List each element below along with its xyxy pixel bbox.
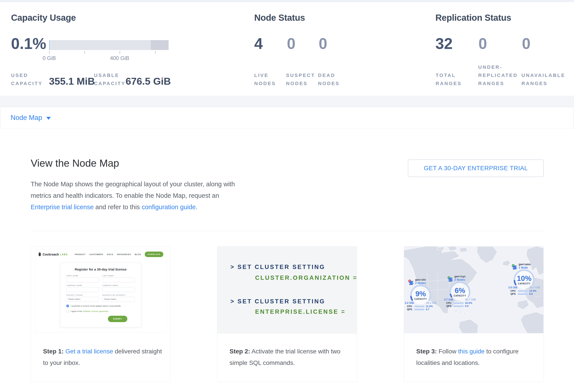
- configuration-guide-link[interactable]: configuration guide: [142, 204, 196, 210]
- cpu-sparkline: [518, 290, 528, 292]
- form-select-thumbnail: Please Select: [102, 297, 135, 302]
- capacity-bar-used-segment: [49, 40, 49, 50]
- form-field: FIRST NAME: [66, 275, 99, 282]
- form-field: COMPANY NAME: [66, 284, 99, 292]
- replication-status-label: UNAVAILABLE RANGES: [521, 71, 573, 88]
- cpu-value: 42.5%: [465, 302, 472, 304]
- step-caption-text: Follow: [437, 348, 458, 355]
- step-label: Step 2:: [229, 348, 250, 355]
- cluster-summary-bar: Capacity Usage 0.1% 0 GiB400 GiB USED CA…: [0, 2, 574, 96]
- replication-status-label: TOTAL RANGES: [436, 71, 471, 88]
- checkbox-text: I would like to receive email updates ab…: [70, 305, 121, 307]
- gauge-range-values: 3.2 GiB35.1 GiB: [405, 301, 436, 304]
- logo-labs-suffix: LABS: [60, 253, 68, 256]
- replication-status-label: UNDER-REPLICATED RANGES: [478, 63, 526, 88]
- cpu-sparkline: [414, 305, 424, 307]
- checkbox-icon: [66, 305, 69, 307]
- node-status-label: LIVE NODES: [254, 71, 287, 88]
- qps-sparkline: [518, 293, 528, 295]
- cpu-metric-row: CPU11.0%: [407, 305, 433, 308]
- cpu-sparkline: [453, 302, 464, 304]
- logo-wordmark: Cockroach: [42, 253, 59, 256]
- trial-license-form: Register for a 30-day trial license FIRS…: [60, 263, 141, 327]
- gauge-range-values: 3.6 GiB34.4 GiB: [508, 286, 540, 289]
- get-a-trial-license-link[interactable]: Get a trial license: [65, 348, 113, 355]
- capacity-usage-title: Capacity Usage: [11, 13, 76, 23]
- form-input-thumbnail: [102, 287, 135, 292]
- page-title: View the Node Map: [31, 157, 119, 169]
- form-input-thumbnail: [66, 287, 99, 292]
- content-divider: [31, 231, 544, 231]
- top-strip: [0, 0, 574, 2]
- capacity-total-value: 35.1 GiB: [426, 301, 436, 304]
- submit-button-thumbnail: SUBMIT: [108, 316, 127, 322]
- get-enterprise-trial-button[interactable]: GET A 30-DAY ENTERPRISE TRIAL: [408, 159, 544, 177]
- qps-label: QPS: [511, 293, 516, 295]
- gauge-capacity-label: CAPACITY: [448, 295, 472, 297]
- node-map-preview: 1geo=sfo2 Nodes9%CAPACITY3.2 GiB35.1 GiB…: [404, 246, 544, 333]
- cluster-overview-page: Capacity Usage 0.1% 0 GiB400 GiB USED CA…: [0, 0, 574, 392]
- cockroach-bug-icon: [38, 252, 41, 257]
- capacity-axis-tick-label: 0 GiB: [42, 55, 56, 61]
- node-status-value: 0: [319, 35, 327, 53]
- node-status-title: Node Status: [254, 13, 305, 23]
- form-input-thumbnail: [102, 277, 135, 282]
- description-text: The Node Map shows the geographical layo…: [31, 181, 235, 199]
- thumbnail-nav-item: CUSTOMERS: [89, 253, 103, 256]
- thumbnail-download-button: DOWNLOAD: [145, 252, 163, 257]
- registration-page-thumbnail: Cockroach LABS PRODUCTCUSTOMERSDOCSRESOU…: [35, 249, 166, 333]
- capacity-used-value: 3.6 GiB: [508, 286, 517, 289]
- qps-metric-row: QPS4.7: [407, 308, 429, 311]
- form-input-thumbnail: [66, 277, 99, 282]
- capacity-usage-bar: [49, 40, 169, 50]
- node-map-promo-section: View the Node Map The Node Map shows the…: [0, 129, 574, 392]
- form-select-thumbnail: Please Select: [66, 297, 99, 302]
- node-status-label: DEAD NODES: [318, 71, 351, 88]
- form-field: REASON FOR INTERESTPlease Select: [102, 294, 135, 302]
- thumbnail-site-header: Cockroach LABS PRODUCTCUSTOMERSDOCSRESOU…: [35, 249, 166, 257]
- qps-value: 0.0: [465, 305, 469, 307]
- form-field: LAST NAME: [102, 275, 135, 282]
- form-field-label: COMPANY EMAIL: [102, 284, 135, 286]
- step1-card: Cockroach LABS PRODUCTCUSTOMERSDOCSRESOU…: [31, 246, 171, 382]
- replication-status-value: 0: [522, 35, 531, 53]
- geo-cluster-sfo: 1geo=sfo2 Nodes9%CAPACITY3.2 GiB35.1 GiB…: [408, 279, 441, 308]
- thumbnail-nav-item: DOCS: [107, 253, 113, 256]
- this-guide-link[interactable]: this guide: [458, 348, 485, 355]
- capacity-metric-label: USED CAPACITY: [11, 71, 51, 88]
- replication-status-value: 0: [478, 35, 487, 53]
- sql-setting-line: ENTERPRISE.LICENSE =: [255, 308, 346, 315]
- sql-setting-line: CLUSTER.ORGANIZATION =: [255, 275, 357, 281]
- qps-label: QPS: [446, 305, 452, 307]
- cockroach-labs-logo: Cockroach LABS: [38, 252, 68, 257]
- description-text: .: [196, 204, 198, 210]
- cpu-metric-row: CPU42.5%: [446, 302, 472, 304]
- geo-cluster-nyc: ✓geo=nyc2 Nodes6%CAPACITY3.7 GiB65.7 GiB…: [448, 275, 481, 304]
- step2-card: > SET CLUSTER SETTINGCLUSTER.ORGANIZATIO…: [217, 246, 357, 382]
- cpu-label: CPU: [446, 302, 452, 304]
- form-field: PROJECT PHASEPlease Select: [66, 294, 99, 302]
- form-checkbox-row: I would like to receive email updates ab…: [66, 305, 135, 307]
- step-label: Step 1:: [43, 348, 63, 355]
- cpu-metric-row: CPU12.3%: [511, 289, 536, 292]
- section-divider-band: [0, 96, 574, 107]
- cpu-value: 11.0%: [426, 305, 433, 308]
- gauge-capacity-label: CAPACITY: [512, 282, 536, 285]
- capacity-metric-value: 676.5 GiB: [125, 76, 171, 87]
- view-selector-node-map[interactable]: Node Map: [0, 107, 574, 129]
- capacity-metric-value: 355.1 MiB: [49, 76, 95, 87]
- node-status-value: 0: [287, 35, 295, 53]
- form-field-label: PROJECT PHASE: [66, 294, 99, 296]
- description-text: and refer to this: [94, 204, 142, 210]
- enterprise-trial-license-link[interactable]: Enterprise trial license: [31, 204, 94, 210]
- checkbox-icon: [66, 310, 69, 312]
- step-label: Step 3:: [416, 348, 437, 355]
- form-field-label: COMPANY NAME: [66, 284, 99, 286]
- view-selector-label[interactable]: Node Map: [11, 114, 42, 122]
- capacity-total-value: 65.7 GiB: [465, 298, 476, 301]
- geo-locality-label: geo=ams: [519, 263, 531, 266]
- checkbox-label: I agree to the Software License Agreemen…: [70, 310, 109, 312]
- capacity-axis-tick: [155, 51, 156, 54]
- qps-metric-row: QPS0.0: [446, 305, 469, 307]
- capacity-axis-tick: [120, 51, 120, 54]
